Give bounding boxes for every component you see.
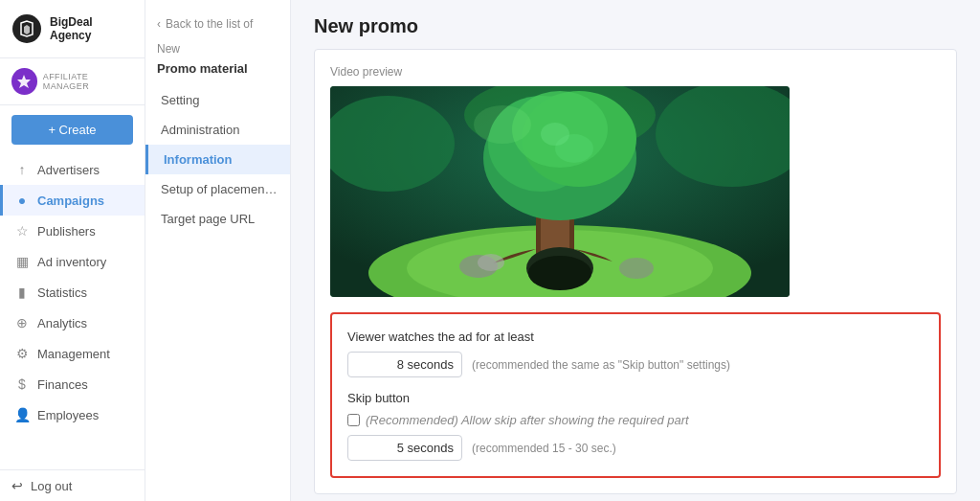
- skip-hint: (recommended 15 - 30 sec.): [472, 442, 616, 455]
- finances-icon: $: [14, 376, 30, 392]
- content-area: Video preview: [291, 49, 980, 501]
- affiliate-manager-row: AFFILIATE MANAGER: [0, 58, 145, 105]
- analytics-icon: ⊕: [14, 315, 30, 330]
- sidebar-item-analytics[interactable]: ⊕ Analytics: [0, 307, 145, 338]
- sidebar-label-statistics: Statistics: [37, 285, 87, 300]
- skip-label: Skip button: [347, 391, 924, 405]
- logout-label: Log out: [31, 479, 72, 493]
- svg-point-20: [619, 258, 654, 279]
- sidebar-label-publishers: Publishers: [37, 224, 96, 239]
- sidebar-label-finances: Finances: [37, 377, 88, 392]
- viewer-input-row: (recommended the same as "Skip button" s…: [347, 352, 924, 377]
- subnav-title: Promo material: [145, 57, 290, 85]
- sidebar-item-ad-inventory[interactable]: ▦ Ad inventory: [0, 246, 145, 277]
- skip-checkbox-label: (Recommended) Allow skip after showing t…: [366, 413, 689, 427]
- logo-name1: BigDeal: [50, 15, 93, 29]
- page-title: New promo: [314, 15, 957, 37]
- video-thumbnail: [330, 86, 790, 297]
- subnav-item-information[interactable]: Information: [145, 145, 290, 174]
- svg-point-15: [528, 256, 591, 290]
- viewer-label: Viewer watches the ad for at least: [347, 330, 924, 344]
- skip-row: Skip button (Recommended) Allow skip aft…: [347, 391, 924, 461]
- main-content: New promo Video preview: [291, 0, 980, 501]
- sidebar-label-advertisers: Advertisers: [37, 163, 100, 177]
- publishers-icon: ☆: [14, 223, 30, 239]
- sidebar-label-analytics: Analytics: [37, 316, 87, 330]
- sidebar-label-ad-inventory: Ad inventory: [37, 255, 106, 269]
- video-scene-svg: [330, 86, 790, 297]
- subnav-item-setup-placement[interactable]: Setup of placement t...: [145, 174, 290, 204]
- svg-marker-1: [17, 75, 31, 88]
- ad-inventory-icon: ▦: [14, 254, 30, 269]
- viewer-row: Viewer watches the ad for at least (reco…: [347, 330, 924, 377]
- svg-point-21: [474, 105, 531, 144]
- sidebar-item-publishers[interactable]: ☆ Publishers: [0, 216, 145, 246]
- back-button[interactable]: ‹ Back to the list of: [145, 10, 290, 38]
- create-button[interactable]: + Create: [11, 115, 133, 145]
- advertisers-icon: ↑: [14, 162, 30, 177]
- section-label: New: [145, 38, 290, 57]
- logout-icon: ↩: [11, 478, 23, 493]
- skip-checkbox-row: (Recommended) Allow skip after showing t…: [347, 413, 924, 427]
- subnav-item-setting[interactable]: Setting: [145, 85, 290, 115]
- logout-item[interactable]: ↩ Log out: [0, 469, 145, 501]
- sidebar-item-management[interactable]: ⚙ Management: [0, 338, 145, 369]
- affiliate-icon: [11, 68, 37, 95]
- management-icon: ⚙: [14, 346, 30, 361]
- skip-checkbox[interactable]: [347, 414, 360, 426]
- subnav-item-target-page[interactable]: Target page URL: [145, 204, 290, 234]
- sidebar-item-statistics[interactable]: ▮ Statistics: [0, 277, 145, 307]
- subnav: ‹ Back to the list of New Promo material…: [145, 0, 291, 501]
- campaigns-icon: ●: [14, 193, 30, 208]
- logo-icon: [11, 13, 42, 44]
- video-card: Video preview: [314, 49, 957, 494]
- sidebar-item-employees[interactable]: 👤 Employees: [0, 399, 145, 430]
- skip-input-row: (recommended 15 - 30 sec.): [347, 435, 924, 461]
- statistics-icon: ▮: [14, 285, 30, 300]
- logo: BigDeal Agency: [0, 0, 145, 58]
- back-icon: ‹: [157, 17, 161, 31]
- subnav-item-administration[interactable]: Administration: [145, 115, 290, 145]
- skip-seconds-input[interactable]: [347, 435, 462, 461]
- logo-name2: Agency: [50, 29, 93, 42]
- viewer-hint: (recommended the same as "Skip button" s…: [472, 358, 730, 372]
- main-header: New promo: [291, 0, 980, 49]
- sidebar-item-finances[interactable]: $ Finances: [0, 369, 145, 399]
- back-label: Back to the list of: [166, 17, 253, 31]
- video-label: Video preview: [330, 65, 941, 79]
- affiliate-label: AFFILIATE MANAGER: [43, 72, 133, 91]
- svg-point-17: [541, 123, 569, 146]
- viewer-seconds-input[interactable]: [347, 352, 462, 377]
- sidebar-item-campaigns[interactable]: ● Campaigns: [0, 185, 145, 216]
- sidebar-label-employees: Employees: [37, 408, 99, 422]
- sidebar: BigDeal Agency AFFILIATE MANAGER + Creat…: [0, 0, 145, 501]
- employees-icon: 👤: [14, 407, 30, 422]
- sidebar-label-management: Management: [37, 347, 110, 361]
- svg-point-19: [478, 254, 504, 271]
- sidebar-label-campaigns: Campaigns: [37, 194, 104, 208]
- settings-box: Viewer watches the ad for at least (reco…: [330, 312, 941, 478]
- video-section: Video preview: [315, 50, 956, 312]
- sidebar-item-advertisers[interactable]: ↑ Advertisers: [0, 154, 145, 185]
